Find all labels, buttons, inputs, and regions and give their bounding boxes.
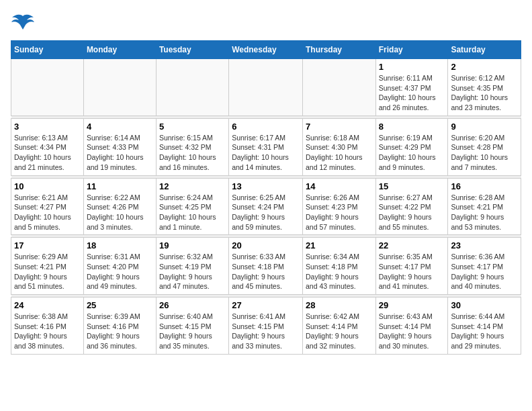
day-number: 3 [14,122,81,132]
calendar-cell: 3Sunrise: 6:13 AM Sunset: 4:34 PM Daylig… [11,118,84,175]
day-number: 20 [232,240,300,250]
day-number: 13 [232,181,300,191]
day-info: Sunrise: 6:26 AM Sunset: 4:23 PM Dayligh… [306,193,373,232]
calendar-cell [156,59,228,116]
weekday-header-sunday: Sunday [11,41,84,59]
calendar-cell [302,59,375,116]
day-number: 16 [451,181,518,191]
day-number: 23 [451,240,518,250]
page-header [11,11,521,35]
calendar-cell: 2Sunrise: 6:12 AM Sunset: 4:35 PM Daylig… [448,59,521,116]
day-number: 21 [306,240,373,250]
day-info: Sunrise: 6:27 AM Sunset: 4:22 PM Dayligh… [379,193,445,232]
day-number: 8 [379,122,445,132]
day-number: 12 [159,181,226,191]
day-number: 4 [87,122,153,132]
calendar-cell [229,59,303,116]
day-info: Sunrise: 6:14 AM Sunset: 4:33 PM Dayligh… [87,133,153,173]
day-number: 30 [451,300,518,310]
day-number: 28 [306,300,373,310]
day-info: Sunrise: 6:17 AM Sunset: 4:31 PM Dayligh… [232,133,300,173]
day-number: 24 [14,300,81,310]
calendar-cell: 25Sunrise: 6:39 AM Sunset: 4:16 PM Dayli… [83,298,156,355]
weekday-header-monday: Monday [83,41,156,59]
day-number: 19 [159,240,226,250]
calendar-cell: 20Sunrise: 6:33 AM Sunset: 4:18 PM Dayli… [229,238,303,295]
calendar-cell: 23Sunrise: 6:36 AM Sunset: 4:17 PM Dayli… [448,238,521,295]
day-info: Sunrise: 6:41 AM Sunset: 4:15 PM Dayligh… [232,312,300,351]
day-info: Sunrise: 6:11 AM Sunset: 4:37 PM Dayligh… [379,73,445,113]
calendar-cell: 30Sunrise: 6:44 AM Sunset: 4:14 PM Dayli… [448,298,521,355]
logo-icon [11,11,35,35]
day-number: 6 [232,122,300,132]
day-info: Sunrise: 6:33 AM Sunset: 4:18 PM Dayligh… [232,252,300,291]
day-number: 7 [306,122,373,132]
calendar-cell: 29Sunrise: 6:43 AM Sunset: 4:14 PM Dayli… [375,298,448,355]
weekday-header-tuesday: Tuesday [156,41,228,59]
calendar-cell: 5Sunrise: 6:15 AM Sunset: 4:32 PM Daylig… [156,118,228,175]
day-info: Sunrise: 6:44 AM Sunset: 4:14 PM Dayligh… [451,312,518,351]
calendar-cell: 8Sunrise: 6:19 AM Sunset: 4:29 PM Daylig… [375,118,448,175]
day-info: Sunrise: 6:20 AM Sunset: 4:28 PM Dayligh… [451,133,518,173]
weekday-header-wednesday: Wednesday [229,41,303,59]
day-number: 9 [451,122,518,132]
calendar-cell: 21Sunrise: 6:34 AM Sunset: 4:18 PM Dayli… [302,238,375,295]
calendar-week-3: 10Sunrise: 6:21 AM Sunset: 4:27 PM Dayli… [11,178,521,235]
calendar-cell [83,59,156,116]
calendar-cell: 27Sunrise: 6:41 AM Sunset: 4:15 PM Dayli… [229,298,303,355]
calendar-cell: 6Sunrise: 6:17 AM Sunset: 4:31 PM Daylig… [229,118,303,175]
day-info: Sunrise: 6:24 AM Sunset: 4:25 PM Dayligh… [159,193,226,232]
calendar-cell: 19Sunrise: 6:32 AM Sunset: 4:19 PM Dayli… [156,238,228,295]
day-info: Sunrise: 6:36 AM Sunset: 4:17 PM Dayligh… [451,252,518,291]
calendar-cell: 28Sunrise: 6:42 AM Sunset: 4:14 PM Dayli… [302,298,375,355]
weekday-header-thursday: Thursday [302,41,375,59]
calendar-cell: 24Sunrise: 6:38 AM Sunset: 4:16 PM Dayli… [11,298,84,355]
day-number: 10 [14,181,81,191]
calendar-cell: 10Sunrise: 6:21 AM Sunset: 4:27 PM Dayli… [11,178,84,235]
day-info: Sunrise: 6:25 AM Sunset: 4:24 PM Dayligh… [232,193,300,232]
day-info: Sunrise: 6:42 AM Sunset: 4:14 PM Dayligh… [306,312,373,351]
calendar-cell: 26Sunrise: 6:40 AM Sunset: 4:15 PM Dayli… [156,298,228,355]
calendar-cell: 4Sunrise: 6:14 AM Sunset: 4:33 PM Daylig… [83,118,156,175]
day-number: 17 [14,240,81,250]
calendar-cell: 18Sunrise: 6:31 AM Sunset: 4:20 PM Dayli… [83,238,156,295]
logo [11,11,38,35]
calendar-cell: 9Sunrise: 6:20 AM Sunset: 4:28 PM Daylig… [448,118,521,175]
day-info: Sunrise: 6:35 AM Sunset: 4:17 PM Dayligh… [379,252,445,291]
day-number: 25 [87,300,153,310]
day-number: 27 [232,300,300,310]
day-number: 26 [159,300,226,310]
calendar-week-1: 1Sunrise: 6:11 AM Sunset: 4:37 PM Daylig… [11,59,521,116]
calendar-cell: 17Sunrise: 6:29 AM Sunset: 4:21 PM Dayli… [11,238,84,295]
weekday-header-saturday: Saturday [448,41,521,59]
day-info: Sunrise: 6:15 AM Sunset: 4:32 PM Dayligh… [159,133,226,173]
calendar-cell: 22Sunrise: 6:35 AM Sunset: 4:17 PM Dayli… [375,238,448,295]
day-number: 29 [379,300,445,310]
day-number: 18 [87,240,153,250]
day-info: Sunrise: 6:43 AM Sunset: 4:14 PM Dayligh… [379,312,445,351]
day-number: 11 [87,181,153,191]
calendar-cell: 7Sunrise: 6:18 AM Sunset: 4:30 PM Daylig… [302,118,375,175]
day-info: Sunrise: 6:34 AM Sunset: 4:18 PM Dayligh… [306,252,373,291]
weekday-header-friday: Friday [375,41,448,59]
day-info: Sunrise: 6:28 AM Sunset: 4:21 PM Dayligh… [451,193,518,232]
day-info: Sunrise: 6:32 AM Sunset: 4:19 PM Dayligh… [159,252,226,291]
day-info: Sunrise: 6:21 AM Sunset: 4:27 PM Dayligh… [14,193,81,232]
day-info: Sunrise: 6:18 AM Sunset: 4:30 PM Dayligh… [306,133,373,173]
day-info: Sunrise: 6:38 AM Sunset: 4:16 PM Dayligh… [14,312,81,351]
calendar-week-5: 24Sunrise: 6:38 AM Sunset: 4:16 PM Dayli… [11,298,521,355]
calendar-cell: 14Sunrise: 6:26 AM Sunset: 4:23 PM Dayli… [302,178,375,235]
calendar-header-row: SundayMondayTuesdayWednesdayThursdayFrid… [11,41,521,59]
day-number: 14 [306,181,373,191]
day-info: Sunrise: 6:31 AM Sunset: 4:20 PM Dayligh… [87,252,153,291]
day-info: Sunrise: 6:40 AM Sunset: 4:15 PM Dayligh… [159,312,226,351]
calendar-cell: 13Sunrise: 6:25 AM Sunset: 4:24 PM Dayli… [229,178,303,235]
calendar-cell: 15Sunrise: 6:27 AM Sunset: 4:22 PM Dayli… [375,178,448,235]
calendar-cell [11,59,84,116]
day-info: Sunrise: 6:13 AM Sunset: 4:34 PM Dayligh… [14,133,81,173]
calendar-table: SundayMondayTuesdayWednesdayThursdayFrid… [11,40,521,355]
calendar-week-4: 17Sunrise: 6:29 AM Sunset: 4:21 PM Dayli… [11,238,521,295]
day-info: Sunrise: 6:19 AM Sunset: 4:29 PM Dayligh… [379,133,445,173]
day-info: Sunrise: 6:39 AM Sunset: 4:16 PM Dayligh… [87,312,153,351]
calendar-cell: 16Sunrise: 6:28 AM Sunset: 4:21 PM Dayli… [448,178,521,235]
